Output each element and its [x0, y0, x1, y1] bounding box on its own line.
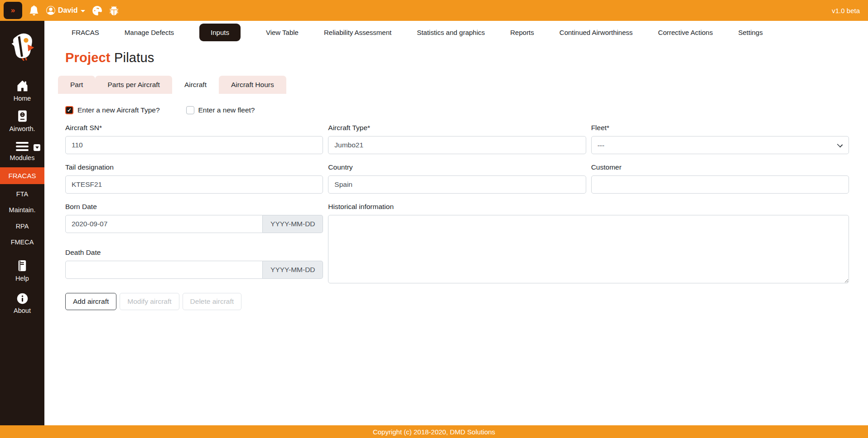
- fleet-select-wrap: ---: [591, 136, 849, 154]
- modify-aircraft-button[interactable]: Modify aircraft: [120, 293, 179, 310]
- sidebar-item-maintain[interactable]: Maintain.: [0, 207, 44, 214]
- sidebar-item-help[interactable]: Help: [0, 259, 44, 282]
- fleet-label: Fleet*: [591, 124, 849, 132]
- home-icon: [16, 80, 29, 92]
- checkbox-row: ✓ Enter a new Aircraft Type? ✓ Enter a n…: [65, 106, 849, 114]
- app-logo-bird-icon: [9, 32, 36, 61]
- tab-parts-per-aircraft[interactable]: Parts per Aircraft: [95, 76, 172, 94]
- delete-aircraft-button[interactable]: Delete aircraft: [183, 293, 241, 310]
- sidebar-item-fracas[interactable]: FRACAS: [0, 167, 44, 184]
- aircraft-sn-label: Aircraft SN*: [65, 124, 323, 132]
- death-date-group: YYYY-MM-DD: [65, 261, 323, 279]
- new-fleet-checkbox-group: ✓ Enter a new fleet?: [186, 106, 255, 114]
- input-tabs: Part Parts per Aircraft Aircraft Aircraf…: [58, 76, 849, 94]
- project-title-name: Pilatus: [114, 50, 154, 65]
- sidebar-item-airworthiness[interactable]: Airworth.: [0, 110, 44, 132]
- airworthiness-passport-icon: [17, 110, 28, 122]
- historical-information-label: Historical information: [328, 203, 849, 211]
- checkbox-label: Enter a new Aircraft Type?: [77, 106, 160, 114]
- new-fleet-checkbox[interactable]: ✓: [186, 106, 194, 114]
- sidebar-item-label: Help: [15, 275, 29, 282]
- theme-palette-icon[interactable]: [92, 6, 102, 15]
- born-date-group: YYYY-MM-DD: [65, 215, 323, 233]
- born-date-input[interactable]: [65, 215, 263, 233]
- user-name: David: [58, 6, 78, 15]
- modules-hamburger-icon: [15, 141, 29, 151]
- nav-item-statistics-and-graphics[interactable]: Statistics and graphics: [417, 29, 485, 36]
- sidebar-collapse-button[interactable]: »: [4, 2, 22, 19]
- chevron-down-icon: [81, 10, 85, 12]
- customer-input[interactable]: [591, 175, 849, 194]
- sidebar-item-about[interactable]: About: [0, 293, 44, 314]
- nav-item-corrective-actions[interactable]: Corrective Actions: [658, 29, 713, 36]
- born-date-label: Born Date: [65, 203, 323, 211]
- nav-item-continued-airworthiness[interactable]: Continued Airworthiness: [559, 29, 633, 36]
- new-aircraft-type-checkbox[interactable]: ✓: [65, 106, 73, 114]
- tail-designation-label: Tail designation: [65, 163, 323, 171]
- action-buttons-row: Add aircraft Modify aircraft Delete airc…: [65, 293, 849, 310]
- project-title-prefix: Project: [65, 50, 111, 65]
- page-content: Project Pilatus Part Parts per Aircraft …: [44, 50, 868, 310]
- add-aircraft-button[interactable]: Add aircraft: [65, 293, 116, 310]
- sidebar-item-modules[interactable]: Modules: [0, 141, 44, 161]
- top-bar: » David v1.0 beta: [0, 0, 868, 21]
- new-aircraft-type-checkbox-group: ✓ Enter a new Aircraft Type?: [65, 106, 160, 114]
- modules-expand-icon[interactable]: [34, 144, 40, 151]
- copyright-text: Copyright (c) 2018-2020, DMD Solutions: [373, 428, 495, 436]
- tab-part[interactable]: Part: [58, 76, 95, 94]
- sidebar-item-label: About: [14, 307, 31, 314]
- user-avatar-icon: [46, 6, 55, 15]
- page-title: Project Pilatus: [65, 50, 849, 65]
- user-menu[interactable]: David: [46, 6, 85, 15]
- sidebar-item-label: Airworth.: [9, 126, 35, 132]
- death-date-format-addon: YYYY-MM-DD: [263, 261, 323, 279]
- sidebar-item-fta[interactable]: FTA: [0, 191, 44, 198]
- sidebar-item-label: Home: [14, 95, 31, 102]
- tab-aircraft-hours[interactable]: Aircraft Hours: [219, 76, 286, 94]
- historical-information-textarea[interactable]: [328, 215, 849, 283]
- help-book-icon: [17, 259, 28, 272]
- double-chevron-right-icon: »: [11, 6, 15, 15]
- death-date-input[interactable]: [65, 261, 263, 279]
- fleet-select[interactable]: ---: [591, 136, 849, 154]
- module-nav-bar: FRACAS Manage Defects Inputs View Table …: [44, 21, 868, 44]
- nav-item-inputs[interactable]: Inputs: [199, 24, 241, 41]
- aircraft-form: Aircraft SN* Aircraft Type* Fleet* --- T…: [65, 124, 849, 285]
- aircraft-type-input[interactable]: [328, 136, 586, 154]
- tail-designation-input[interactable]: [65, 175, 323, 194]
- about-info-icon: [17, 293, 28, 304]
- nav-item-settings[interactable]: Settings: [738, 29, 762, 36]
- sidebar: Home Airworth. Modules FRACAS FTA Mainta…: [0, 21, 44, 425]
- nav-item-reliability-assessment[interactable]: Reliability Assessment: [324, 29, 391, 36]
- version-label: v1.0 beta: [832, 7, 860, 15]
- tab-aircraft[interactable]: Aircraft: [172, 76, 219, 94]
- nav-item-fracas[interactable]: FRACAS: [72, 29, 99, 36]
- main-area: FRACAS Manage Defects Inputs View Table …: [44, 21, 868, 425]
- country-input[interactable]: [328, 175, 586, 194]
- aircraft-type-label: Aircraft Type*: [328, 124, 586, 132]
- nav-item-view-table[interactable]: View Table: [266, 29, 299, 36]
- checkbox-label: Enter a new fleet?: [198, 106, 255, 114]
- footer: Copyright (c) 2018-2020, DMD Solutions: [0, 425, 868, 438]
- death-date-label: Death Date: [65, 248, 323, 257]
- aircraft-sn-input[interactable]: [65, 136, 323, 154]
- sidebar-item-fmeca[interactable]: FMECA: [0, 239, 44, 246]
- nav-item-manage-defects[interactable]: Manage Defects: [125, 29, 174, 36]
- sidebar-item-rpa[interactable]: RPA: [0, 223, 44, 230]
- born-date-format-addon: YYYY-MM-DD: [263, 215, 323, 233]
- customer-label: Customer: [591, 163, 849, 171]
- nav-item-reports[interactable]: Reports: [510, 29, 534, 36]
- country-label: Country: [328, 163, 586, 171]
- notifications-bell-icon[interactable]: [29, 5, 39, 15]
- sidebar-item-home[interactable]: Home: [0, 80, 44, 102]
- sidebar-item-label: Modules: [10, 155, 35, 161]
- bug-report-icon[interactable]: [109, 6, 119, 15]
